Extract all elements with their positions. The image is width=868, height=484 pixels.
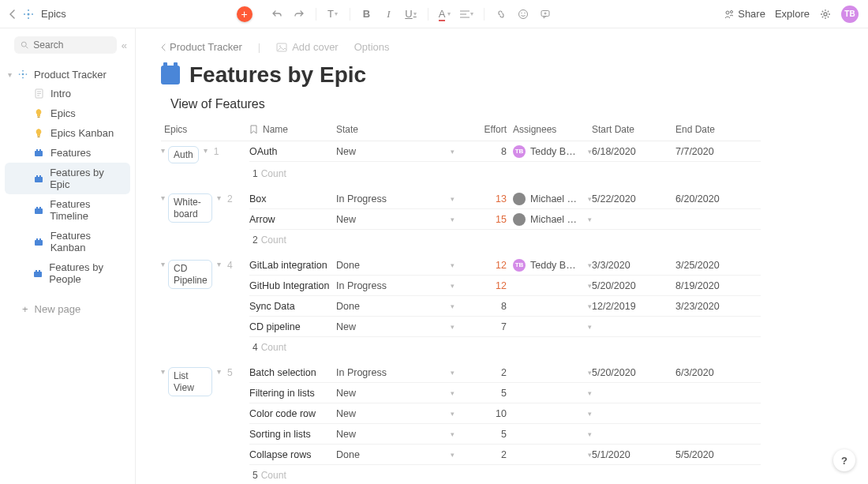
cell-assignee[interactable]: ▾ (507, 430, 592, 438)
table-row[interactable]: CD pipelineNew▾7▾ (249, 317, 761, 337)
cell-state[interactable]: In Progress▾ (336, 367, 477, 378)
cell-assignee[interactable]: ▾ (507, 389, 592, 397)
table-row[interactable]: Collapse rowsDone▾2▾5/1/20205/5/2020 (249, 445, 761, 465)
group-toggle[interactable]: ▾ (161, 367, 165, 376)
user-avatar[interactable]: TB (841, 6, 859, 23)
table-row[interactable]: Sorting in listsNew▾5▾ (249, 424, 761, 445)
chevron-down-icon[interactable]: ▾ (588, 430, 592, 438)
underline-button[interactable]: U ▾ (402, 6, 420, 23)
cell-name[interactable]: GitHub Integration (249, 280, 336, 291)
group-toggle[interactable]: ▾ (161, 146, 165, 155)
redo-button[interactable] (290, 6, 308, 23)
cell-name[interactable]: Filtering in lists (249, 388, 336, 399)
cell-effort[interactable]: 7 (477, 321, 507, 332)
cell-start[interactable]: 5/20/2020 (592, 367, 675, 378)
cell-end[interactable]: 3/23/2020 (675, 301, 739, 312)
sidebar-item[interactable]: Epics Kanban (0, 123, 135, 143)
cell-effort[interactable]: 8 (477, 146, 507, 157)
cell-name[interactable]: Color code row (249, 408, 336, 419)
cell-assignee[interactable]: ▾ (507, 302, 592, 310)
col-effort[interactable]: Effort (477, 124, 507, 135)
table-row[interactable]: Filtering in listsNew▾5▾ (249, 383, 761, 403)
sidebar-item[interactable]: Intro (0, 84, 135, 103)
col-end[interactable]: End Date (675, 124, 739, 135)
cell-start[interactable]: 5/1/2020 (592, 449, 675, 460)
cell-end[interactable]: 6/3/2020 (675, 367, 739, 378)
cell-end[interactable]: 8/19/2020 (675, 280, 739, 291)
settings-button[interactable] (819, 8, 832, 21)
cell-assignee[interactable]: ▾ (507, 323, 592, 331)
cell-name[interactable]: OAuth (249, 146, 336, 157)
table-row[interactable]: GitHub IntegrationIn Progress▾12▾5/20/20… (249, 276, 761, 296)
cell-effort[interactable]: 5 (477, 429, 507, 440)
cell-state[interactable]: New▾ (336, 321, 477, 332)
add-cover-button[interactable]: Add cover (276, 41, 339, 53)
cell-state[interactable]: New▾ (336, 408, 477, 419)
table-row[interactable]: OAuthNew▾8TBTeddy Bear▾6/18/20207/7/2020 (249, 141, 761, 162)
cell-assignee[interactable]: Michael Du…▾ (507, 213, 592, 226)
cell-name[interactable]: Collapse rows (249, 449, 336, 460)
cell-state[interactable]: New▾ (336, 214, 477, 225)
col-assignees[interactable]: Assignees (507, 124, 592, 135)
cell-start[interactable]: 5/20/2020 (592, 280, 675, 291)
sidebar-item[interactable]: Features by Epic (5, 163, 130, 194)
chevron-down-icon[interactable]: ▾ (588, 216, 592, 223)
cell-state[interactable]: New▾ (336, 388, 477, 399)
cell-assignee[interactable]: TBTeddy Bear▾ (507, 259, 592, 272)
cell-assignee[interactable]: ▾ (507, 282, 592, 290)
chevron-down-icon[interactable]: ▾ (588, 323, 592, 331)
epic-pill[interactable]: List View (168, 367, 212, 396)
epic-pill[interactable]: CD Pipeline (168, 260, 212, 289)
cell-effort[interactable]: 8 (477, 301, 507, 312)
text-style-button[interactable]: T ▾ (324, 6, 342, 23)
cell-start[interactable]: 5/22/2020 (592, 193, 675, 204)
group-toggle[interactable]: ▾ (161, 193, 165, 202)
epic-pill[interactable]: Auth (168, 146, 199, 163)
cell-assignee[interactable]: ▾ (507, 410, 592, 418)
breadcrumb[interactable]: Epics (41, 8, 66, 20)
parent-crumb[interactable]: Product Tracker (161, 41, 242, 53)
table-row[interactable]: ArrowNew▾15Michael Du…▾ (249, 209, 761, 230)
cell-effort[interactable]: 12 (477, 260, 507, 271)
comment-button[interactable] (537, 6, 554, 23)
table-row[interactable]: Batch selectionIn Progress▾2▾5/20/20206/… (249, 362, 761, 383)
search-input[interactable] (14, 36, 117, 54)
cell-name[interactable]: CD pipeline (249, 321, 336, 332)
sidebar-item[interactable]: Features by People (0, 257, 135, 289)
cell-assignee[interactable]: ▾ (507, 369, 592, 377)
cell-assignee[interactable]: ▾ (507, 451, 592, 459)
col-state[interactable]: State (336, 124, 477, 135)
cell-name[interactable]: Batch selection (249, 367, 336, 378)
table-row[interactable]: GitLab integrationDone▾12TBTeddy Bear▾3/… (249, 255, 761, 276)
cell-state[interactable]: In Progress▾ (336, 280, 477, 291)
cell-end[interactable]: 6/20/2020 (675, 193, 739, 204)
sidebar-item[interactable]: Features (0, 143, 135, 163)
table-row[interactable]: Color code rowNew▾10▾ (249, 403, 761, 424)
cell-effort[interactable]: 2 (477, 449, 507, 460)
add-button[interactable]: + (237, 6, 253, 22)
cell-state[interactable]: In Progress▾ (336, 193, 477, 204)
table-row[interactable]: BoxIn Progress▾13Michael Du…▾5/22/20206/… (249, 189, 761, 209)
cell-end[interactable]: 3/25/2020 (675, 260, 739, 271)
cell-state[interactable]: Done▾ (336, 449, 477, 460)
cell-name[interactable]: Box (249, 193, 336, 204)
help-button[interactable]: ? (833, 449, 855, 471)
epic-pill[interactable]: White-board (168, 193, 212, 223)
cell-start[interactable]: 12/2/2019 (592, 301, 675, 312)
cell-state[interactable]: New▾ (336, 146, 477, 157)
cell-name[interactable]: Sorting in lists (249, 429, 336, 440)
cell-effort[interactable]: 5 (477, 388, 507, 399)
tree-root[interactable]: ▾ Product Tracker (0, 65, 135, 84)
cell-effort[interactable]: 2 (477, 367, 507, 378)
table-row[interactable]: Sync DataDone▾8▾12/2/20193/23/2020 (249, 296, 761, 317)
bold-button[interactable]: B (358, 6, 376, 23)
cell-end[interactable]: 5/5/2020 (675, 449, 739, 460)
explore-button[interactable]: Explore (775, 8, 810, 20)
cell-state[interactable]: New▾ (336, 429, 477, 440)
sidebar-item[interactable]: Features Timeline (0, 194, 135, 226)
italic-button[interactable]: I (380, 6, 398, 23)
cell-start[interactable]: 3/3/2020 (592, 260, 675, 271)
back-button[interactable] (9, 9, 16, 19)
cell-start[interactable]: 6/18/2020 (592, 146, 675, 157)
undo-button[interactable] (268, 6, 286, 23)
